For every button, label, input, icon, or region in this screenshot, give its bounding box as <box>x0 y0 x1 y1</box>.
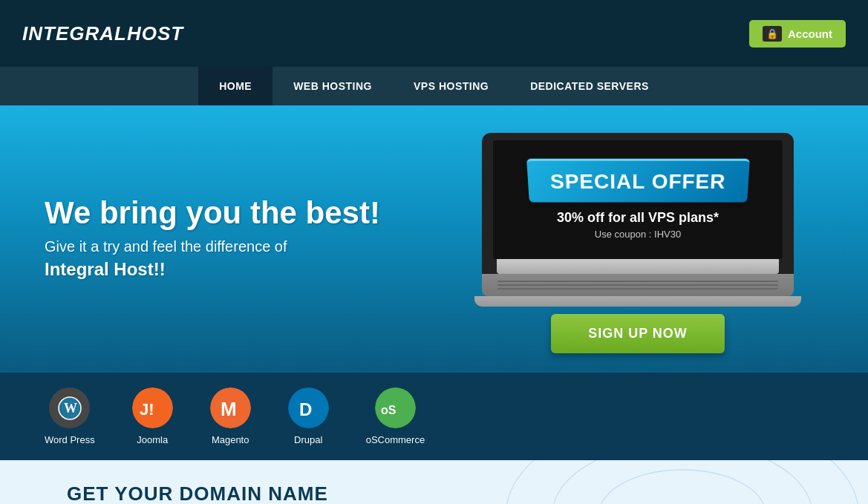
domain-section: GET YOUR DOMAIN NAME .com .net .org Go .… <box>0 460 868 504</box>
svg-text:oS: oS <box>381 404 397 416</box>
svg-text:W: W <box>64 401 77 416</box>
joomla-icon: J! <box>132 387 173 428</box>
app-drupal[interactable]: D Drupal <box>288 387 329 445</box>
wordpress-svg: W <box>58 396 82 420</box>
lock-icon: 🔒 <box>763 26 782 42</box>
hero-laptop: SPECIAL OFFER 30% off for all VPS plans*… <box>452 125 823 353</box>
offer-coupon: Use coupon : IHV30 <box>595 229 681 240</box>
offer-discount: 30% off for all VPS plans* <box>557 210 719 226</box>
special-offer-badge: SPECIAL OFFER <box>526 159 749 203</box>
laptop-bottom <box>474 296 801 307</box>
signup-button[interactable]: SIGN UP NOW <box>551 314 725 353</box>
laptop-screen: SPECIAL OFFER 30% off for all VPS plans*… <box>493 140 783 259</box>
laptop: SPECIAL OFFER 30% off for all VPS plans*… <box>482 133 794 307</box>
app-oscommerce-label: oSCommerce <box>366 434 425 445</box>
nav-home[interactable]: HOME <box>198 67 273 105</box>
laptop-screen-outer: SPECIAL OFFER 30% off for all VPS plans*… <box>482 133 794 274</box>
app-magento[interactable]: M Magento <box>210 387 251 445</box>
hero-text: We bring you the best! Give it a try and… <box>45 195 452 284</box>
drupal-icon: D <box>288 387 329 428</box>
header: INTEGRALHOST 🔒 Account <box>0 0 868 67</box>
app-joomla-label: Joomla <box>137 434 168 445</box>
hero-brand: Integral Host!! <box>45 259 166 279</box>
hero-headline: We bring you the best! <box>45 195 452 231</box>
domain-heading: GET YOUR DOMAIN NAME <box>67 482 801 504</box>
hero-subline: Give it a try and feel the difference of <box>45 238 452 255</box>
app-drupal-label: Drupal <box>294 434 322 445</box>
keyboard-row <box>497 288 778 289</box>
app-magento-label: Magento <box>212 434 249 445</box>
svg-text:D: D <box>299 399 312 419</box>
nav-vps-hosting[interactable]: VPS HOSTING <box>393 67 509 105</box>
app-joomla[interactable]: J! Joomla <box>132 387 173 445</box>
main-nav: HOME WEB HOSTING VPS HOSTING DEDICATED S… <box>0 67 868 105</box>
keyboard-row <box>497 281 778 282</box>
svg-text:M: M <box>221 398 237 420</box>
svg-text:J!: J! <box>140 400 154 419</box>
keyboard-lines <box>497 281 778 289</box>
laptop-keyboard <box>482 274 794 296</box>
laptop-base <box>497 259 779 274</box>
apps-section: W Word Press J! Joomla M Magento D <box>0 373 868 460</box>
nav-web-hosting[interactable]: WEB HOSTING <box>273 67 393 105</box>
keyboard-row <box>497 284 778 286</box>
account-button[interactable]: 🔒 Account <box>749 20 846 48</box>
logo: INTEGRALHOST <box>22 22 183 45</box>
hero-section: We bring you the best! Give it a try and… <box>0 105 868 373</box>
magento-icon: M <box>210 387 251 428</box>
wordpress-icon: W <box>49 387 90 428</box>
app-oscommerce[interactable]: oS oSCommerce <box>366 387 425 445</box>
header-right: 🔒 Account <box>749 20 846 48</box>
nav-dedicated-servers[interactable]: DEDICATED SERVERS <box>509 67 670 105</box>
app-wordpress[interactable]: W Word Press <box>45 387 95 445</box>
oscommerce-icon: oS <box>375 387 416 428</box>
app-wordpress-label: Word Press <box>45 434 95 445</box>
